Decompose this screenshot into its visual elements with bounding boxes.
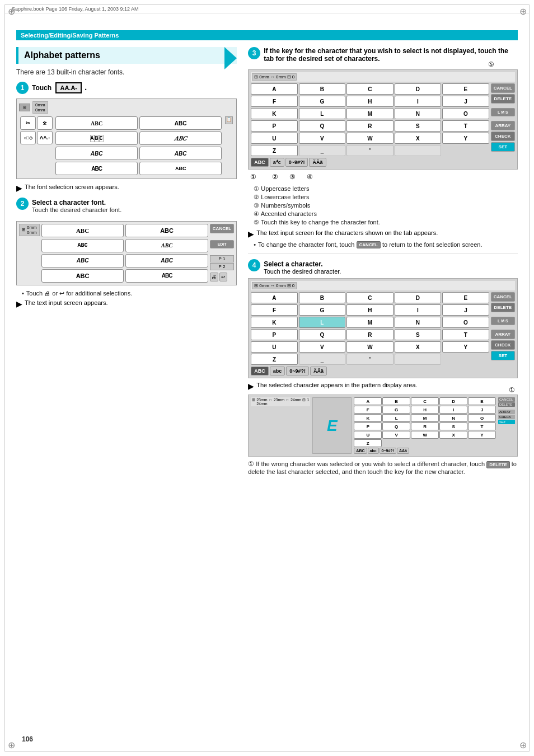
step4-row: 4 Select a character. Touch the desired … [248,259,518,275]
step4-final-note: ① If the wrong character was selected or… [248,460,518,475]
step3-row: 3 If the key for the character that you … [248,47,518,66]
page-number: 106 [22,735,33,743]
array-button[interactable]: ARRAY [491,121,515,130]
set-button[interactable]: SET [491,142,515,152]
set-button-step4[interactable]: SET [491,351,515,360]
cancel-button[interactable]: CANCEL [491,83,515,93]
step4-keyboard: ⊞ 0mm ↔ 0mm ⊟ 0 A B C [248,278,518,378]
pattern-display-char: E [312,397,352,454]
section-header: Selecting/Editing/Saving Patterns [16,30,518,40]
tab-accented[interactable]: ÄÄä [309,158,326,167]
tab-abc-lower[interactable]: a⁴c [270,158,284,167]
step4-area: 4 Select a character. Touch the desired … [248,259,518,475]
step3-keyboard-wrapper: ⑤ ⊞ 0mm ↔ 0mm ⊟ 0 [248,69,518,181]
annotation-5: ⑤ [488,60,494,68]
corner-mark-tl: ⊕ [7,7,15,15]
step2-title: Select a character font. [32,198,121,206]
step1-button: AA.A- [55,82,82,93]
tab-numbers-step4[interactable]: 0~9#?! [286,367,309,375]
cancel-button-step4[interactable]: CANCEL [491,292,515,302]
lms-button-step4[interactable]: L M S [491,317,515,325]
tab-numbers[interactable]: 0~9#?! [285,158,308,167]
step4-subtitle: Touch the desired character. [264,268,341,275]
step4-title: Select a character. [264,259,341,268]
step2-note: ▶ The text input screen appears. [16,299,237,309]
corner-mark-tr: ⊕ [519,7,527,15]
intro-text: There are 13 built-in character fonts. [16,68,237,76]
section-heading: Alphabet patterns [16,47,237,64]
keyboard-grid-step4: A B C D E F G H I J K [251,292,489,365]
tab-abc-lower-step4[interactable]: abc [270,367,285,375]
book-meta: Sapphire.book Page 106 Friday, August 1,… [5,5,529,13]
annotation-1: ① [509,386,515,394]
step1-row: 1 Touch AA.A- . [16,82,237,94]
tab-abc-step4[interactable]: ABC [251,367,269,375]
content-area: Alphabet patterns There are 13 built-in … [16,40,518,475]
step1-circle: 1 [16,82,29,94]
step2-bullet: • Touch 🖨 or ↩ for additional selections… [22,290,237,297]
pattern-display-ui: ① ⊞ 23mm24mm ↔ 23mm ↔ 24mm ⊟ 1 [248,395,518,457]
step1-text: Touch AA.A- . [32,82,87,92]
step2-row: 2 Select a character font. Touch the des… [16,198,237,217]
corner-mark-br: ⊕ [519,741,527,749]
step3-circle: 3 [248,47,260,59]
font-select-ui2: ⊞ 0mm0mm ABC ABC ABC ABC ABC ABC ABC ABC [16,221,237,285]
check-button-step4[interactable]: CHECK [491,340,515,350]
lms-button[interactable]: L M S [491,108,515,116]
section-heading-wrap: Alphabet patterns [16,47,237,64]
array-button-step4[interactable]: ARRAY [491,330,515,339]
right-column: 3 If the key for the character that you … [248,40,518,475]
delete-inline: DELETE [486,461,510,468]
step3-note2: • To change the character font, touch CA… [254,241,518,249]
tab-accented-step4[interactable]: ÄÄä [310,367,327,375]
step3-heading: If the key for the character that you wi… [264,47,518,63]
step3-keyboard: ⊞ 0mm ↔ 0mm ⊟ 0 A B C [248,69,518,170]
delete-button[interactable]: DELETE [491,94,515,104]
tab-abc-upper[interactable]: ABC [251,158,269,167]
delete-button-step4[interactable]: DELETE [491,303,515,312]
step2-circle: 2 [16,198,29,210]
cancel-inline: CANCEL [357,241,381,248]
step3-note1: ▶ The text input screen for the characte… [248,229,518,239]
keyboard-grid: A B C D E F G H I J K [251,83,489,156]
step4-note: ▶ The selected character appears in the … [248,382,518,391]
step3-annotations: ① Uppercase letters ② Lowercase letters … [254,185,518,226]
step4-circle: 4 [248,259,260,271]
page-border: ⊕ ⊕ ⊕ ⊕ Sapphire.book Page 106 Friday, A… [4,4,530,752]
font-selection-ui: ⊞ 0mm0mm ✂ ※ ○□◇ AA.- [16,98,237,179]
step2-subtitle: Touch the desired character font. [32,206,121,213]
left-column: Alphabet patterns There are 13 built-in … [16,40,237,475]
corner-mark-bl: ⊕ [7,741,15,749]
key-L[interactable]: L [299,317,346,328]
check-button[interactable]: CHECK [491,132,515,141]
step1-note: ▶ The font selection screen appears. [16,184,237,193]
